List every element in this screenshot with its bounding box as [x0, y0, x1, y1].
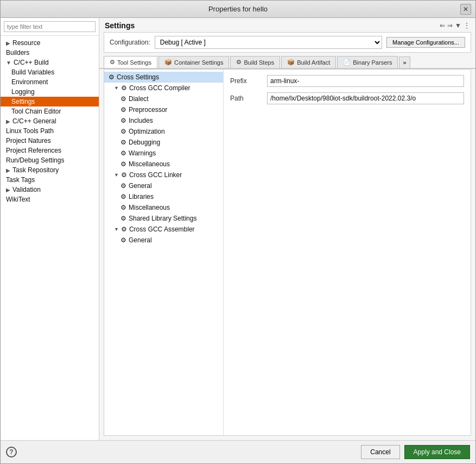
ct-item-shared-library[interactable]: ⚙ Shared Library Settings — [104, 213, 223, 224]
binary-parsers-icon: 📄 — [343, 59, 351, 66]
tree-item-task-tags[interactable]: Task Tags — [1, 175, 99, 185]
container-settings-icon: 📦 — [164, 59, 172, 66]
tree-item-label: Validation — [12, 186, 41, 193]
tab-label: Build Steps — [244, 59, 274, 66]
arrow-icon: ▼ — [114, 227, 119, 232]
tree-item-toolchain-editor[interactable]: Tool Chain Editor — [1, 106, 99, 116]
tree-item-cpp-build[interactable]: ▼ C/C++ Build — [1, 58, 99, 67]
ct-item-misc-linker[interactable]: ⚙ Miscellaneous — [104, 202, 223, 213]
gear-icon: ⚙ — [121, 171, 127, 179]
gear-icon: ⚙ — [120, 128, 126, 135]
ct-item-preprocessor[interactable]: ⚙ Preprocessor — [104, 104, 223, 115]
close-button[interactable]: ✕ — [460, 4, 471, 15]
tree-item-environment[interactable]: Environment — [1, 77, 99, 87]
ct-item-label: General — [129, 182, 152, 190]
ct-item-warnings[interactable]: ⚙ Warnings — [104, 148, 223, 159]
gear-icon: ⚙ — [109, 73, 115, 81]
gear-icon: ⚙ — [120, 236, 126, 244]
build-steps-icon: ⚙ — [236, 59, 242, 66]
prefix-input[interactable] — [267, 75, 464, 87]
gear-icon: ⚙ — [120, 95, 126, 103]
ct-item-cross-gcc-compiler[interactable]: ▼ ⚙ Cross GCC Compiler — [104, 83, 223, 93]
tab-build-steps[interactable]: ⚙ Build Steps — [230, 56, 280, 68]
ct-item-label: Miscellaneous — [129, 204, 170, 211]
ct-item-dialect[interactable]: ⚙ Dialect — [104, 93, 223, 104]
tree-item-builders[interactable]: Builders — [1, 48, 99, 58]
arrow-icon: ▶ — [6, 118, 10, 124]
path-input[interactable] — [267, 92, 464, 104]
ct-item-label: Miscellaneous — [129, 160, 170, 168]
content-tree: ⚙ Cross Settings ▼ ⚙ Cross GCC Compiler … — [104, 70, 224, 435]
ct-item-label: Cross GCC Compiler — [129, 84, 191, 92]
ct-item-includes[interactable]: ⚙ Includes — [104, 115, 223, 126]
tree-item-task-repository[interactable]: ▶ Task Repository — [1, 165, 99, 175]
tabs-bar: ⚙ Tool Settings 📦 Container Settings ⚙ B… — [99, 53, 475, 69]
bottom-bar: ? Cancel Apply and Close — [1, 440, 475, 463]
back-icon[interactable]: ⇐ — [440, 22, 445, 29]
tree-item-resource[interactable]: ▶ Resource — [1, 38, 99, 48]
arrow-icon: ▶ — [6, 40, 10, 46]
forward-icon[interactable]: ⇒ — [447, 22, 453, 29]
ct-item-general-assembler[interactable]: ⚙ General — [104, 235, 223, 246]
tab-tool-settings[interactable]: ⚙ Tool Settings — [104, 56, 157, 69]
gear-icon: ⚙ — [120, 182, 126, 190]
tree-item-label: Logging — [11, 88, 35, 96]
ct-item-debugging[interactable]: ⚙ Debugging — [104, 137, 223, 148]
gear-icon: ⚙ — [120, 117, 126, 124]
tree-item-project-natures[interactable]: Project Natures — [1, 136, 99, 146]
tab-build-artifact[interactable]: 📦 Build Artifact — [281, 56, 336, 68]
tree-item-project-references[interactable]: Project References — [1, 146, 99, 155]
prefix-row: Prefix — [230, 75, 464, 87]
content-area: ⚙ Cross Settings ▼ ⚙ Cross GCC Compiler … — [104, 69, 471, 436]
tree-item-settings[interactable]: Settings — [1, 97, 99, 106]
title-bar: Properties for hello ✕ — [1, 1, 475, 18]
ct-item-label: Cross GCC Assembler — [129, 225, 195, 233]
gear-icon: ⚙ — [120, 106, 126, 114]
config-label: Configuration: — [110, 39, 150, 46]
tree-item-validation[interactable]: ▶ Validation — [1, 185, 99, 195]
tree-item-label: Project Natures — [6, 137, 51, 145]
tab-container-settings[interactable]: 📦 Container Settings — [158, 56, 230, 68]
gear-icon: ⚙ — [121, 84, 127, 92]
left-panel: ▶ Resource Builders ▼ C/C++ Build Build … — [1, 18, 99, 440]
ct-item-label: General — [129, 236, 152, 244]
config-select[interactable]: Debug [ Active ] — [155, 36, 382, 49]
gear-icon: ⚙ — [121, 225, 127, 233]
ct-item-misc-compiler[interactable]: ⚙ Miscellaneous — [104, 159, 223, 170]
ct-item-label: Dialect — [129, 95, 149, 103]
tree-item-label: Settings — [11, 98, 35, 105]
panel-title: Settings — [105, 21, 135, 30]
tab-label: Binary Parsers — [353, 59, 392, 66]
gear-icon: ⚙ — [120, 139, 126, 146]
tab-more-button[interactable]: » — [399, 57, 410, 68]
tree-item-build-variables[interactable]: Build Variables — [1, 67, 99, 77]
tree-item-run-debug[interactable]: Run/Debug Settings — [1, 155, 99, 165]
ct-item-general-linker[interactable]: ⚙ General — [104, 180, 223, 191]
tree-item-label: Task Tags — [6, 176, 35, 184]
apply-close-button[interactable]: Apply and Close — [404, 445, 470, 459]
ct-item-cross-gcc-assembler[interactable]: ▼ ⚙ Cross GCC Assembler — [104, 224, 223, 235]
dropdown-icon[interactable]: ▼ — [455, 22, 461, 29]
tree-item-wikitext[interactable]: WikiText — [1, 195, 99, 204]
filter-input[interactable] — [4, 21, 96, 32]
ct-item-cross-gcc-linker[interactable]: ▼ ⚙ Cross GCC Linker — [104, 170, 223, 180]
menu-icon[interactable]: ⋮ — [464, 22, 470, 29]
gear-icon: ⚙ — [120, 193, 126, 200]
manage-configurations-button[interactable]: Manage Configurations... — [386, 37, 465, 48]
tree-item-linux-tools-path[interactable]: Linux Tools Path — [1, 126, 99, 136]
ct-item-optimization[interactable]: ⚙ Optimization — [104, 126, 223, 137]
tab-binary-parsers[interactable]: 📄 Binary Parsers — [337, 56, 398, 68]
tree-item-logging[interactable]: Logging — [1, 87, 99, 97]
dialog-title: Properties for hello — [208, 5, 268, 13]
tree-item-cpp-general[interactable]: ▶ C/C++ General — [1, 116, 99, 126]
tree-item-label: Project References — [6, 147, 61, 154]
ct-item-label: Debugging — [129, 139, 160, 146]
ct-item-cross-settings[interactable]: ⚙ Cross Settings — [104, 72, 223, 83]
help-button[interactable]: ? — [6, 447, 17, 457]
ct-item-libraries[interactable]: ⚙ Libraries — [104, 191, 223, 202]
cancel-button[interactable]: Cancel — [361, 445, 399, 459]
ct-item-label: Cross Settings — [117, 73, 159, 81]
gear-icon: ⚙ — [120, 160, 126, 168]
tree-item-label: WikiText — [6, 196, 30, 203]
arrow-icon: ▼ — [114, 172, 119, 178]
